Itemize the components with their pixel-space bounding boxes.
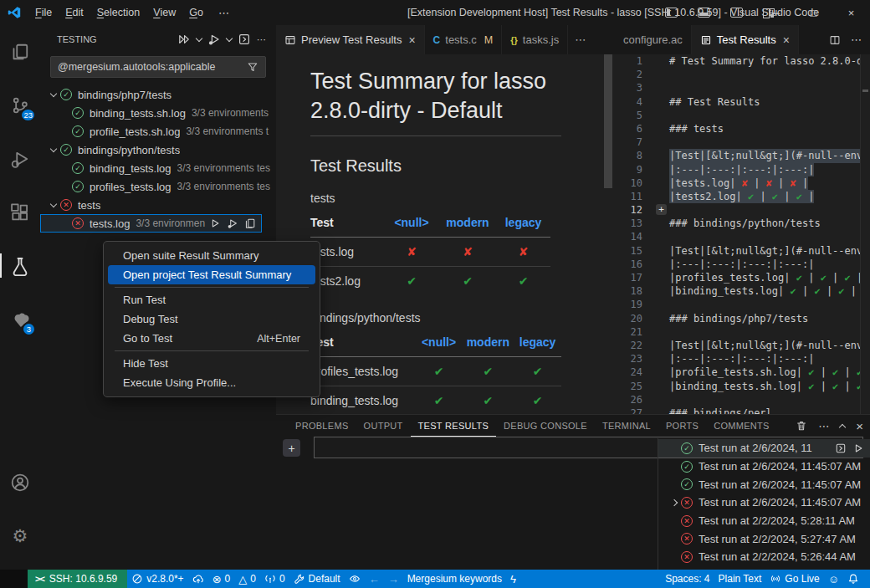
tab-test-results[interactable]: Test Results×	[692, 25, 799, 54]
column-link-modern[interactable]: modern	[462, 331, 514, 357]
maximize-panel-icon[interactable]	[839, 423, 846, 430]
test-run-item[interactable]: ✓Test run at 2/6/2024, 11	[658, 439, 870, 458]
minimize-button[interactable]: ─	[757, 0, 795, 25]
debug-test-icon[interactable]	[227, 217, 238, 229]
close-window-button[interactable]: ×	[832, 0, 870, 25]
menu-item-execute-using-profile[interactable]: Execute Using Profile...	[108, 373, 315, 392]
filter-icon[interactable]	[247, 61, 258, 73]
menu-item-run-test[interactable]: Run Test	[108, 290, 315, 309]
close-panel-icon[interactable]: ×	[856, 419, 863, 433]
column-link-null[interactable]: <null>	[384, 212, 439, 238]
column-link-legacy[interactable]: legacy	[496, 212, 550, 238]
panel-more-icon[interactable]: ⋯	[818, 420, 829, 432]
tab-tests-c[interactable]: Ctests.cM	[425, 25, 503, 54]
toggle-sidebar-icon[interactable]	[665, 8, 678, 18]
test-item-tests-log[interactable]: ✕tests.log3/3 environmen	[40, 214, 262, 233]
test-item-profiles-tests-log[interactable]: ✓profiles_tests.log3/3 environments tes	[40, 177, 276, 196]
status-cloud-upload[interactable]	[188, 570, 208, 588]
maximize-button[interactable]: □	[795, 0, 832, 25]
status-smiley[interactable]: ☺	[824, 570, 843, 588]
test-item-binding-tests-log[interactable]: ✓binding_tests.log3/3 environments tes	[40, 159, 276, 177]
test-item-binding-tests-sh-log[interactable]: ✓binding_tests.sh.log3/3 environments	[40, 104, 276, 122]
tab-tasks-js[interactable]: {}tasks.js	[502, 25, 568, 54]
activity-run-and-debug[interactable]	[0, 139, 40, 178]
panel-tab-problems[interactable]: PROBLEMS	[288, 415, 356, 437]
chevron-down-icon[interactable]	[226, 34, 233, 41]
status-arrow-right[interactable]: →	[384, 570, 403, 588]
activity-testing[interactable]	[0, 246, 40, 285]
test-run-item[interactable]: ✓Test run at 2/6/2024, 11:45:07 AM	[658, 458, 870, 476]
status-warning[interactable]: △0	[234, 570, 260, 588]
menu-item-debug-test[interactable]: Debug Test	[108, 309, 315, 329]
open-test-run-icon[interactable]	[835, 442, 847, 454]
tab-configure-ac[interactable]: configure.ac	[615, 25, 692, 54]
activity-settings[interactable]: ⚙	[0, 516, 40, 555]
activity-accounts[interactable]	[0, 463, 40, 502]
twisty[interactable]	[46, 94, 60, 96]
run-test-icon[interactable]	[209, 217, 221, 229]
add-comment-icon[interactable]: +	[656, 204, 667, 215]
editor-more-icon[interactable]: ⋯	[851, 33, 862, 46]
tab-overflow-icon[interactable]: ⋯	[568, 25, 592, 54]
column-link-modern[interactable]: modern	[439, 212, 496, 238]
status-zap[interactable]: ϟ	[506, 570, 520, 588]
menu-item-go-to-test[interactable]: Go to TestAlt+Enter	[108, 329, 315, 348]
menu-edit[interactable]: Edit	[59, 0, 90, 25]
menu-item-hide-test[interactable]: Hide Test	[108, 354, 315, 373]
panel-tab-test-results[interactable]: TEST RESULTS	[411, 415, 497, 437]
test-run-item[interactable]: ✕Test run at 2/2/2024, 5:27:47 AM	[658, 529, 870, 548]
activity-source-control[interactable]: 23	[0, 85, 40, 125]
activity-extensions[interactable]	[0, 192, 40, 232]
activity-explorer[interactable]	[0, 32, 40, 71]
menu-view[interactable]: View	[146, 0, 182, 25]
remote-indicator[interactable]: >< SSH: 10.6.9.59	[28, 570, 127, 588]
status-mergesium-keywords[interactable]: Mergesium keywords	[403, 570, 506, 588]
menu-item-open-suite-result-summary[interactable]: Open suite Result Summary	[108, 246, 315, 265]
test-run-item[interactable]: ✓Test run at 2/6/2024, 11:45:07 AM	[658, 475, 870, 493]
test-item-profile-tests-sh-log[interactable]: ✓profile_tests.sh.log3/3 environments t	[40, 122, 276, 141]
status-version[interactable]: v2.8.0*+	[127, 570, 187, 588]
test-item-tests[interactable]: ✕tests	[40, 196, 276, 214]
go-to-file-icon[interactable]	[244, 217, 256, 229]
panel-tab-ports[interactable]: PORTS	[658, 415, 706, 437]
status-broadcast[interactable]: Go Live	[765, 570, 823, 588]
panel-tab-comments[interactable]: COMMENTS	[706, 415, 777, 437]
panel-tab-debug-console[interactable]: DEBUG CONSOLE	[496, 415, 595, 437]
add-test-run-button[interactable]: +	[283, 439, 300, 457]
run-all-tests-icon[interactable]	[177, 33, 191, 46]
menu-selection[interactable]: Selection	[90, 0, 146, 25]
test-filter-input[interactable]: @mergesium.autotools:applicable	[50, 56, 266, 78]
status-error[interactable]: ⊗0	[208, 570, 235, 588]
menu-go[interactable]: Go	[182, 0, 210, 25]
run-profile-icon[interactable]	[238, 33, 251, 46]
status-spaces-4[interactable]: Spaces: 4	[661, 570, 714, 588]
toggle-secondary-sidebar-icon[interactable]	[730, 8, 743, 18]
menu-file[interactable]: File	[28, 0, 59, 25]
chevron-down-icon[interactable]	[196, 34, 202, 41]
close-tab-icon[interactable]: ×	[408, 33, 415, 47]
twisty[interactable]	[668, 500, 681, 505]
column-link-legacy[interactable]: legacy	[514, 331, 561, 357]
status-plain-text[interactable]: Plain Text	[714, 570, 766, 588]
twisty[interactable]	[46, 149, 60, 151]
editor-minimap[interactable]	[860, 54, 870, 414]
panel-tab-terminal[interactable]: TERMINAL	[595, 415, 658, 437]
status-tools[interactable]: Default	[289, 570, 345, 588]
split-editor-icon[interactable]	[829, 34, 841, 46]
twisty[interactable]	[46, 204, 60, 207]
activity-mergesium-extension[interactable]: 3	[0, 299, 40, 339]
test-run-item[interactable]: ✕Test run at 2/6/2024, 11:45:07 AM	[658, 493, 870, 512]
status-ports[interactable]: 0	[260, 570, 289, 588]
preview-scrollbar[interactable]	[604, 54, 612, 188]
clear-results-icon[interactable]	[796, 420, 807, 432]
status-eye[interactable]	[345, 570, 365, 588]
status-arrow-left[interactable]: ←	[365, 570, 384, 588]
test-item-bindings-python-tests[interactable]: ✓bindings/python/tests	[40, 141, 276, 159]
test-run-item[interactable]: ✕Test run at 2/2/2024, 5:28:11 AM	[658, 512, 870, 530]
panel-tab-output[interactable]: OUTPUT	[356, 415, 411, 437]
menu-item-open-project-test-result-summary[interactable]: Open project Test Result Summary	[108, 265, 315, 284]
debug-all-tests-icon[interactable]	[207, 33, 221, 46]
more-actions-icon[interactable]: ⋯	[257, 34, 266, 45]
test-item-bindings-php7-tests[interactable]: ✓bindings/php7/tests	[40, 85, 276, 104]
toggle-panel-icon[interactable]	[698, 8, 710, 18]
